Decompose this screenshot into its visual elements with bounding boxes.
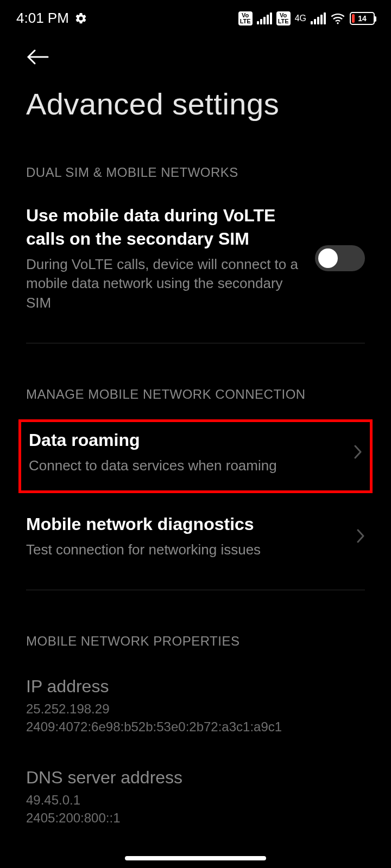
volte-secondary-sim-row[interactable]: Use mobile data during VoLTE calls on th… <box>26 180 365 312</box>
dns-title: DNS server address <box>26 766 365 789</box>
gear-icon <box>74 12 87 25</box>
ip-v6: 2409:4072:6e98:b52b:53e0:2b72:a3c1:a9c1 <box>26 718 365 736</box>
ip-address-row: IP address 25.252.198.29 2409:4072:6e98:… <box>26 649 365 736</box>
status-time: 4:01 PM <box>16 10 69 27</box>
volte-toggle[interactable] <box>315 245 365 271</box>
highlight-box: Data roaming Connect to data services wh… <box>18 419 373 493</box>
back-icon[interactable] <box>26 48 50 66</box>
diagnostics-sub: Test connection for networking issues <box>26 540 343 559</box>
chevron-right-icon <box>356 528 365 544</box>
ip-title: IP address <box>26 675 365 698</box>
battery-icon: 14 <box>350 12 375 25</box>
data-roaming-row[interactable]: Data roaming Connect to data services wh… <box>29 429 362 475</box>
signal-icon-2 <box>311 12 326 24</box>
dns-v4: 49.45.0.1 <box>26 792 365 809</box>
volte-badge-1: VoLTE <box>238 11 253 25</box>
divider <box>26 343 365 343</box>
status-bar: 4:01 PM VoLTE VoLTE 4G 14 <box>0 0 391 27</box>
page-title: Advanced settings <box>0 66 391 122</box>
battery-pct: 14 <box>351 14 374 23</box>
ip-v4: 25.252.198.29 <box>26 700 365 718</box>
home-indicator[interactable] <box>125 856 266 860</box>
svg-point-0 <box>337 22 338 24</box>
network-type: 4G <box>295 14 306 23</box>
volte-badge-2: VoLTE <box>276 11 291 25</box>
wifi-icon <box>330 12 345 24</box>
signal-icon-1 <box>257 12 272 24</box>
data-roaming-sub: Connect to data services when roaming <box>29 456 340 475</box>
diagnostics-row[interactable]: Mobile network diagnostics Test connecti… <box>26 493 365 559</box>
section-label-manage: MANAGE MOBILE NETWORK CONNECTION <box>26 387 365 402</box>
volte-row-title: Use mobile data during VoLTE calls on th… <box>26 204 302 251</box>
data-roaming-title: Data roaming <box>29 429 340 452</box>
diagnostics-title: Mobile network diagnostics <box>26 513 343 536</box>
section-label-props: MOBILE NETWORK PROPERTIES <box>26 634 365 649</box>
volte-row-sub: During VoLTE calls, device will connect … <box>26 255 302 312</box>
section-label-dual-sim: DUAL SIM & MOBILE NETWORKS <box>26 165 365 180</box>
dns-address-row: DNS server address 49.45.0.1 2405:200:80… <box>26 736 365 827</box>
chevron-right-icon <box>354 444 362 459</box>
divider <box>26 590 365 590</box>
dns-v6: 2405:200:800::1 <box>26 809 365 827</box>
